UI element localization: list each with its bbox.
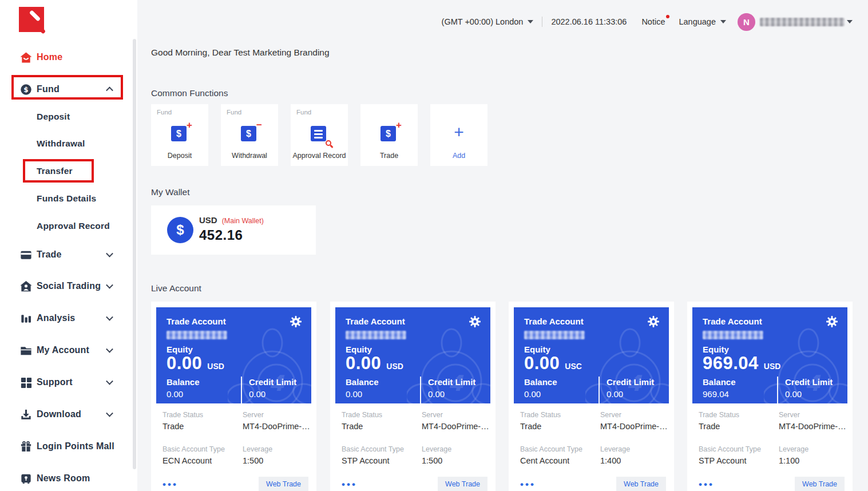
grid-squares-icon [19,375,33,389]
svg-text:$: $ [23,85,28,93]
account-type-value: STP Account [699,456,747,465]
account-card-title: Trade Account [346,316,405,326]
gear-icon[interactable] [468,315,482,328]
sidebar-item-label: Support [37,377,73,387]
more-actions-button[interactable]: ••• [699,479,714,490]
live-account-card: 4 Trade Account Equity 969.04 USD Balanc… [687,302,853,491]
function-card-deposit[interactable]: Fund $+ Deposit [151,104,208,166]
sidebar-item-label: News Room [37,473,90,484]
username-redacted [760,18,845,26]
balance-value: 969.04 [703,389,736,399]
panel-divider [777,377,778,403]
function-card-label: Approval Record [291,152,348,160]
more-actions-button[interactable]: ••• [520,479,536,490]
sidebar-item-my-account[interactable]: My Account [0,339,137,362]
datetime-display: 2022.06.16 11:33:06 [551,17,627,26]
server-value: MT4-DooPrime-Li... [243,422,314,431]
function-card-approval-record[interactable]: Fund Approval Record [291,104,348,166]
equity-currency: USD [207,362,224,371]
account-number-redacted [346,331,406,339]
gear-icon[interactable] [647,315,660,328]
sidebar-item-analysis[interactable]: Analysis [0,307,137,330]
function-card-withdrawal[interactable]: Fund $− Withdrawal [221,104,278,166]
chevron-down-icon [106,346,113,353]
chevron-down-icon [106,378,113,385]
equity-currency: USD [386,362,403,371]
avatar[interactable]: N [738,13,755,31]
add-plus-icon: + [454,124,464,141]
gift-icon [19,439,33,453]
language-dropdown[interactable]: Language [679,17,726,26]
sidebar-item-download[interactable]: Download [0,403,137,426]
function-card-trade[interactable]: $+ Trade [360,104,418,166]
web-trade-button[interactable]: Web Trade [616,477,666,491]
download-icon [19,407,33,421]
dollar-circle-icon: $ [167,217,193,243]
fund-dollar-icon: $ [19,82,33,96]
chevron-down-icon [106,250,113,258]
function-card-label: Deposit [151,152,208,160]
caret-down-icon [720,20,726,23]
chevron-down-icon [106,282,113,289]
approval-record-icon [308,122,331,145]
wallet-currency-code: USD [199,215,217,225]
wallet-amount: 452.16 [199,227,243,243]
server-value: MT4-DooPrime-Li... [422,422,493,431]
timezone-dropdown[interactable]: (GMT +00:00) London [442,17,534,26]
sidebar-item-approval-record[interactable]: Approval Record [0,215,137,237]
wallet-currency: USD(Main Wallet) [199,215,264,225]
account-card-title: Trade Account [524,316,584,326]
server-label: Server [243,411,264,419]
notice-link[interactable]: Notice [641,17,665,26]
web-trade-button[interactable]: Web Trade [795,477,845,491]
function-card-category: Fund [227,109,241,116]
caret-down-icon [528,20,533,23]
sidebar-item-support[interactable]: Support [0,371,137,394]
greeting-text: Good Morning, Dear Test Marketing Brandi… [151,47,330,58]
account-number-redacted [167,331,227,339]
sidebar-item-transfer[interactable]: Transfer [0,160,137,183]
sidebar-item-withdrawal[interactable]: Withdrawal [0,132,137,155]
account-type-value: Cent Account [520,456,569,465]
credit-limit-label: Credit Limit [428,377,475,387]
sidebar-item-funds-details[interactable]: Funds Details [0,187,137,210]
more-actions-button[interactable]: ••• [162,479,178,490]
balance-label: Balance [703,377,736,387]
sidebar-item-label: Deposit [37,112,70,122]
web-trade-button[interactable]: Web Trade [438,477,487,491]
credit-limit-label: Credit Limit [249,377,296,387]
server-value: MT4-DooPrime-Li... [779,422,850,431]
function-card-add[interactable]: + Add [430,104,487,166]
sidebar-item-fund[interactable]: $ Fund [0,78,137,101]
gear-icon[interactable] [825,315,839,328]
account-summary-panel: 4 Trade Account Equity 0.00 USC Balance … [514,307,669,403]
home-icon [19,50,33,64]
server-label: Server [600,411,621,419]
account-summary-panel: 4 Trade Account Equity 0.00 USD Balance … [156,307,311,403]
account-type-label: Basic Account Type [520,445,582,453]
sidebar-item-home[interactable]: Home [0,46,137,69]
function-card-label: Withdrawal [221,152,278,160]
sidebar-item-news-room[interactable]: News Room [0,467,137,490]
credit-limit-label: Credit Limit [785,377,833,387]
gear-icon[interactable] [289,315,303,328]
web-trade-button[interactable]: Web Trade [259,477,308,491]
sidebar-item-label: Download [37,409,81,419]
doo-prime-logo[interactable] [19,7,44,32]
language-label: Language [679,17,716,26]
news-room-icon [19,472,33,485]
credit-limit-value: 0.00 [428,389,475,399]
more-actions-button[interactable]: ••• [342,479,357,490]
sidebar-item-social-trading[interactable]: Social Trading [0,275,137,298]
sidebar-item-label: Analysis [37,313,75,323]
sidebar-scrollbar[interactable] [133,39,136,469]
sidebar-item-login-points-mall[interactable]: Login Points Mall [0,435,137,458]
balance-label: Balance [524,377,557,387]
wallet-card[interactable]: $ USD(Main Wallet) 452.16 [151,205,316,255]
deposit-icon: $+ [168,122,191,145]
trade-status-label: Trade Status [699,411,739,419]
sidebar-item-deposit[interactable]: Deposit [0,105,137,128]
caret-down-icon[interactable] [847,20,853,23]
sidebar-item-trade[interactable]: Trade [0,243,137,266]
folder-icon [19,343,33,357]
